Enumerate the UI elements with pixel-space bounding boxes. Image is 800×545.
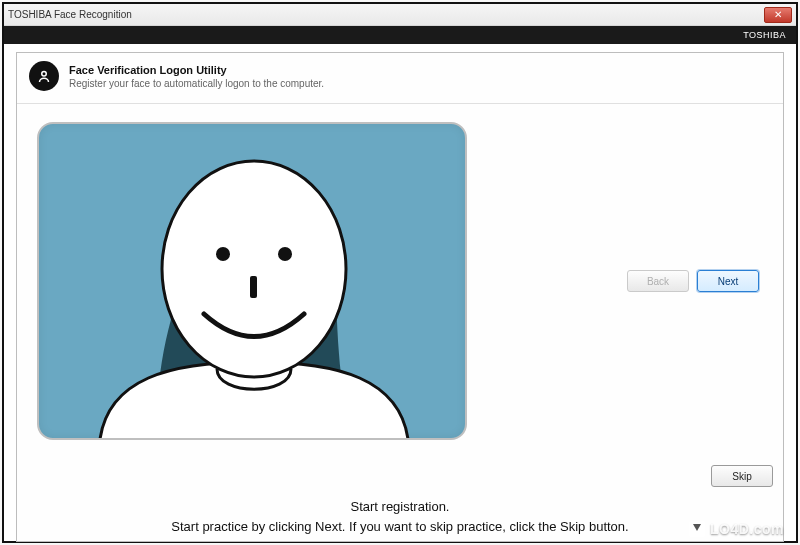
window-title: TOSHIBA Face Recognition bbox=[8, 9, 132, 20]
back-button: Back bbox=[627, 270, 689, 292]
close-icon: ✕ bbox=[774, 10, 782, 20]
face-id-icon bbox=[29, 61, 59, 91]
face-illustration bbox=[39, 124, 467, 440]
instruction-line-1: Start registration. bbox=[45, 497, 755, 517]
bottom-buttons: Skip bbox=[711, 465, 773, 487]
svg-point-0 bbox=[42, 72, 47, 77]
nav-buttons: Back Next bbox=[467, 270, 763, 292]
page-title: Face Verification Logon Utility bbox=[69, 64, 324, 76]
header: Face Verification Logon Utility Register… bbox=[17, 53, 783, 104]
instructions: Start registration. Start practice by cl… bbox=[17, 497, 783, 537]
camera-preview bbox=[37, 122, 467, 440]
page-subtitle: Register your face to automatically logo… bbox=[69, 78, 324, 89]
brand-bar: TOSHIBA bbox=[4, 26, 796, 44]
app-window: TOSHIBA Face Recognition ✕ TOSHIBA Face … bbox=[2, 2, 798, 543]
brand-label: TOSHIBA bbox=[743, 30, 786, 40]
window-body: Face Verification Logon Utility Register… bbox=[16, 52, 784, 542]
titlebar: TOSHIBA Face Recognition ✕ bbox=[4, 4, 796, 26]
next-button[interactable]: Next bbox=[697, 270, 759, 292]
skip-button[interactable]: Skip bbox=[711, 465, 773, 487]
svg-point-3 bbox=[278, 247, 292, 261]
svg-point-1 bbox=[162, 161, 346, 377]
instruction-line-2: Start practice by clicking Next. If you … bbox=[45, 517, 755, 537]
content-area: Back Next bbox=[17, 104, 783, 448]
svg-point-2 bbox=[216, 247, 230, 261]
svg-rect-4 bbox=[250, 276, 257, 298]
close-button[interactable]: ✕ bbox=[764, 7, 792, 23]
